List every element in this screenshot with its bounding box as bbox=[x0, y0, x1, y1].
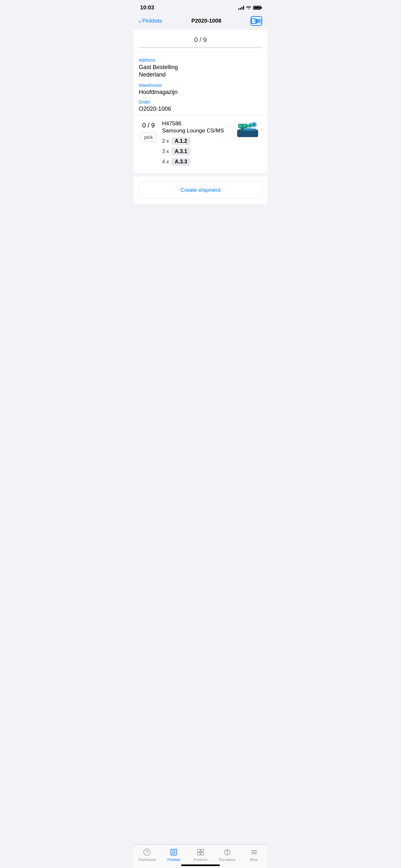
status-icons bbox=[238, 5, 261, 10]
content-area: 0 / 9 Address Gast Bestelling Nederland … bbox=[134, 30, 267, 237]
create-shipment-button[interactable]: Create shipment bbox=[139, 182, 262, 199]
page-title: P2020-1008 bbox=[191, 18, 221, 24]
product-code: H47586 bbox=[162, 120, 233, 127]
location-row-3: 4 x A.3.3 bbox=[162, 158, 233, 166]
address-label: Address bbox=[139, 58, 262, 63]
back-button[interactable]: ‹ Picklists bbox=[139, 18, 162, 25]
back-label: Picklists bbox=[143, 18, 162, 24]
product-name: Samsung Lounge CS/MS bbox=[162, 128, 233, 134]
create-shipment-section: Create shipment bbox=[134, 176, 267, 204]
main-card: 0 / 9 Address Gast Bestelling Nederland … bbox=[134, 30, 267, 174]
location-badge-3: A.3.3 bbox=[172, 158, 190, 166]
product-details: H47586 Samsung Lounge CS/MS 2 x A.1.2 3 … bbox=[162, 120, 233, 168]
progress-bar-container bbox=[139, 47, 262, 48]
product-qty-pick: 0 / 9 pick bbox=[139, 120, 158, 142]
battery-icon bbox=[253, 6, 261, 10]
product-section: 0 / 9 pick H47586 Samsung Lounge CS/MS 2… bbox=[134, 115, 267, 174]
camera-button[interactable] bbox=[251, 16, 262, 26]
location-qty-1: 2 x bbox=[162, 138, 169, 144]
svg-rect-13 bbox=[249, 123, 252, 125]
svg-point-11 bbox=[239, 125, 241, 127]
location-qty-2: 3 x bbox=[162, 149, 169, 154]
svg-rect-8 bbox=[241, 128, 244, 131]
pick-button[interactable]: pick bbox=[140, 132, 157, 142]
status-bar: 10:03 bbox=[134, 0, 267, 13]
location-qty-3: 4 x bbox=[162, 159, 169, 165]
signal-icon bbox=[238, 6, 244, 10]
info-section: Address Gast Bestelling Nederland Wareho… bbox=[134, 52, 267, 115]
product-qty-text: 0 / 9 bbox=[143, 122, 155, 129]
status-time: 10:03 bbox=[140, 4, 154, 11]
location-badge-2: A.3.1 bbox=[172, 148, 190, 155]
location-row-2: 3 x A.3.1 bbox=[162, 148, 233, 155]
warehouse-label: Warehouse bbox=[139, 83, 262, 88]
progress-section: 0 / 9 bbox=[134, 30, 267, 52]
location-badge-1: A.1.2 bbox=[172, 137, 190, 145]
back-chevron-icon: ‹ bbox=[139, 18, 141, 25]
svg-rect-4 bbox=[244, 128, 251, 129]
wifi-icon bbox=[246, 5, 251, 10]
svg-rect-0 bbox=[257, 20, 261, 23]
nav-header: ‹ Picklists P2020-1008 bbox=[134, 13, 267, 30]
order-label: Order bbox=[139, 99, 262, 104]
svg-point-1 bbox=[258, 21, 260, 22]
order-value: O2020-1006 bbox=[139, 105, 262, 113]
address-value: Gast Bestelling Nederland bbox=[139, 64, 262, 79]
svg-point-12 bbox=[244, 125, 245, 126]
progress-count: 0 / 9 bbox=[139, 36, 262, 43]
product-row: 0 / 9 pick H47586 Samsung Lounge CS/MS 2… bbox=[139, 120, 262, 168]
location-row-1: 2 x A.1.2 bbox=[162, 137, 233, 145]
warehouse-value: Hoofdmagazijn bbox=[139, 89, 262, 96]
product-chevron-icon: › bbox=[260, 126, 262, 133]
product-image-area[interactable]: › bbox=[236, 120, 262, 138]
svg-point-10 bbox=[253, 123, 255, 126]
product-image bbox=[236, 120, 259, 138]
